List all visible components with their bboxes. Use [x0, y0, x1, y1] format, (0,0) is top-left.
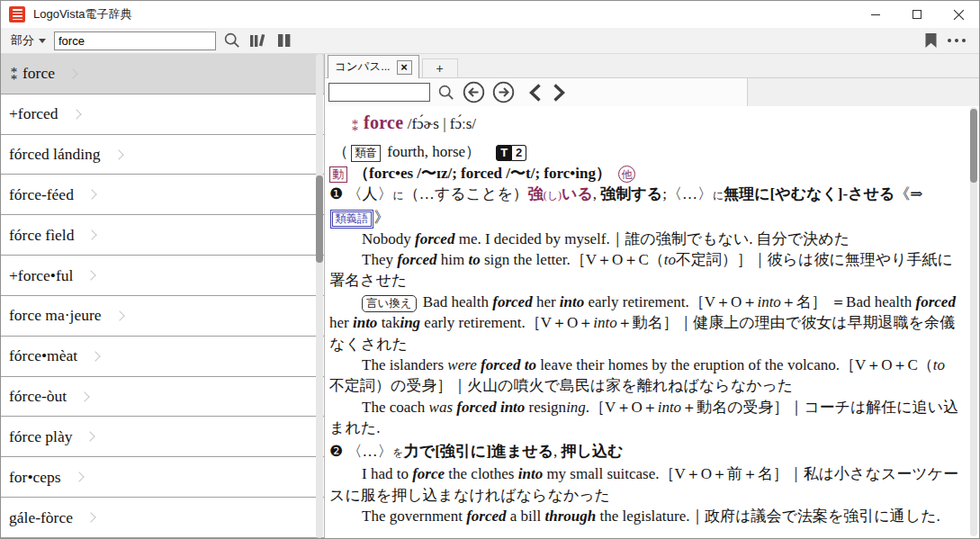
- text-run: に: [713, 189, 724, 202]
- entry-toolbar-card: [325, 78, 748, 106]
- text-run: the legislature.｜政府は議会で法案を強引に通した.: [596, 508, 940, 525]
- next-chevron-icon: [551, 83, 567, 103]
- word-label: fórce fìeld: [9, 226, 74, 245]
- sidebar: **force+forcedfórced lándingfórce-féedfó…: [1, 54, 325, 538]
- close-button[interactable]: [938, 1, 979, 28]
- prev-entry-button[interactable]: [527, 83, 544, 103]
- word-list-item[interactable]: fórce plày: [1, 417, 324, 457]
- content-scrollbar-thumb[interactable]: [970, 109, 977, 183]
- word-label: +forced: [9, 104, 58, 123]
- text-run: sign the letter.［V＋O＋C（: [481, 251, 664, 268]
- entry-search-button[interactable]: [437, 84, 455, 102]
- text-run: fourth, horse）: [383, 143, 496, 160]
- text-run: force: [412, 465, 445, 482]
- chevron-right-icon: [85, 512, 95, 522]
- text-run: early retirement.［V＋O＋: [420, 314, 593, 331]
- word-label: gále-fòrce: [9, 508, 73, 527]
- dictionary-library-button[interactable]: [248, 30, 268, 51]
- chevron-right-icon: [67, 68, 77, 78]
- word-list-item[interactable]: fórced lánding: [1, 135, 324, 175]
- word-label: fórce•mèat: [9, 346, 77, 365]
- maximize-button[interactable]: [896, 1, 938, 28]
- history-forward-button[interactable]: [492, 81, 515, 103]
- text-run: was: [429, 399, 453, 416]
- history-back-button[interactable]: [463, 81, 485, 103]
- sidebar-scrollbar[interactable]: [316, 54, 323, 538]
- text-run: a bill: [507, 508, 545, 525]
- tab-close-button[interactable]: ×: [397, 60, 412, 75]
- text-run: ＋名］ ＝Bad health: [781, 293, 916, 310]
- text-run: The coach: [362, 399, 429, 416]
- tab-compass-dictionary[interactable]: コンパス... ×: [328, 55, 419, 78]
- text-run: （…することを）: [404, 185, 528, 202]
- prev-chevron-icon: [527, 83, 544, 103]
- pronunciation: /fɔ́ɚs | fɔ́ːs/: [403, 115, 476, 132]
- back-circle-arrow-icon: [463, 81, 485, 103]
- headword: force: [364, 112, 403, 132]
- text-run: the clothes: [445, 465, 518, 482]
- more-menu-button[interactable]: [947, 30, 967, 51]
- text-run: 無理に[やむなく]-させる: [724, 185, 895, 202]
- text-run: 強: [528, 185, 544, 202]
- text-run: into: [353, 314, 377, 331]
- entry-paragraph: Nobody forced me. I decided by myself.｜誰…: [329, 229, 961, 249]
- text-run: forced: [456, 399, 496, 416]
- content-panel: コンパス... × +: [325, 54, 979, 538]
- text-run: through: [544, 508, 596, 525]
- sidebar-scrollbar-thumb[interactable]: [316, 175, 323, 263]
- entry-paragraph: **force /fɔ́ɚs | fɔ́ːs/: [329, 112, 961, 134]
- text-run: に: [393, 189, 404, 202]
- text-run: to: [664, 251, 676, 268]
- text-run: into: [593, 314, 616, 331]
- text-run: いる: [562, 185, 593, 202]
- word-label: fórce plày: [9, 427, 72, 446]
- text-run: resign: [525, 399, 566, 416]
- text-run: 》: [374, 209, 390, 226]
- library-books-icon: [248, 31, 268, 49]
- book-view-button[interactable]: [274, 30, 294, 51]
- word-list-item[interactable]: +force•ful: [1, 256, 324, 296]
- text-run: into: [757, 293, 780, 310]
- search-button[interactable]: [222, 30, 242, 51]
- text-run: 力で[強引に]進ませる: [404, 443, 553, 460]
- word-list-item[interactable]: for•ceps: [1, 457, 324, 498]
- close-icon: [953, 9, 965, 21]
- chevron-right-icon: [113, 149, 123, 159]
- text-run: into: [658, 399, 681, 416]
- chevron-right-icon: [71, 109, 81, 119]
- search-mode-dropdown[interactable]: 部分: [9, 31, 48, 50]
- bookmark-button[interactable]: [921, 30, 940, 51]
- text-run: 強制する: [600, 185, 662, 202]
- new-tab-button[interactable]: +: [422, 58, 458, 77]
- maximize-icon: [913, 10, 922, 19]
- main-toolbar: 部分: [1, 28, 979, 54]
- word-label: force: [22, 64, 55, 83]
- entry-paragraph: The government forced a bill through the…: [329, 506, 961, 526]
- minimize-button[interactable]: [855, 1, 896, 28]
- entry-paragraph: 言い換え Bad health forced her into early re…: [329, 292, 961, 355]
- text-run: 類音: [351, 145, 381, 162]
- word-list: **force+forcedfórced lándingfórce-féedfó…: [1, 54, 324, 538]
- word-list-item[interactable]: fórce-òut: [1, 377, 324, 418]
- synonym-link[interactable]: 類義語: [330, 210, 373, 229]
- chevron-right-icon: [86, 190, 96, 200]
- word-list-item[interactable]: fórce-féed: [1, 175, 324, 215]
- content-scrollbar[interactable]: [970, 107, 977, 536]
- word-list-item[interactable]: **force: [1, 54, 324, 94]
- word-label: force ma·jeure: [9, 306, 102, 325]
- frequency-marker: **: [9, 67, 19, 80]
- word-list-item[interactable]: gále-fòrce: [1, 498, 324, 538]
- entry-search-input[interactable]: [328, 83, 430, 102]
- next-entry-button[interactable]: [551, 83, 567, 103]
- text-run: The government: [362, 508, 466, 525]
- word-list-item[interactable]: +forced: [1, 94, 324, 135]
- text-run: .［V＋O＋: [586, 399, 658, 416]
- text-run: 不定詞）の受身］｜火山の噴火で島民は家を離れねばならなかった: [329, 377, 793, 394]
- word-list-item[interactable]: fórce•mèat: [1, 337, 324, 377]
- text-run: early retirement.［V＋O＋: [584, 293, 757, 310]
- search-input[interactable]: [54, 31, 216, 50]
- text-run: into: [518, 465, 543, 482]
- word-list-item[interactable]: force ma·jeure: [1, 296, 324, 337]
- tab-label: コンパス...: [335, 59, 391, 75]
- word-list-item[interactable]: fórce fìeld: [1, 215, 324, 256]
